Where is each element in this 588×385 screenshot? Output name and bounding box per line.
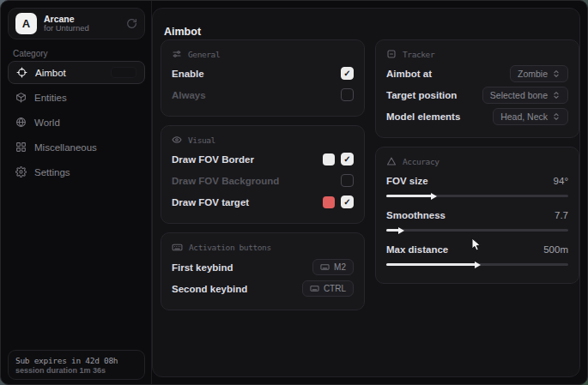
card-title: Tracker [403,50,434,59]
setting-label: Draw FOV Background [172,176,279,186]
color-swatch[interactable] [323,196,335,208]
eye-icon [172,135,182,145]
setting-label: Always [172,90,206,100]
sidebar-item-label: World [34,117,60,128]
slider-thumb[interactable] [398,227,404,234]
setting-row-enable: Enable ✓ [172,63,354,84]
setting-label: FOV size [386,176,428,186]
chevrons-up-down-icon [552,91,561,99]
fov-background-checkbox[interactable] [341,174,354,187]
keyboard-icon [320,262,330,272]
slider-row-max-distance: Max distance 500m [386,241,568,273]
card-title: General [188,50,220,59]
slider-value: 500m [543,244,568,255]
fov-border-checkbox[interactable]: ✓ [341,153,354,165]
enable-checkbox[interactable]: ✓ [341,67,354,80]
subscription-info: Sub expires in 42d 08h session duration … [8,350,145,380]
sidebar-item-miscellaneous[interactable]: Miscellaneous [8,135,145,159]
category-label: Category [13,49,48,58]
triangle-icon [386,156,397,166]
slider-thumb[interactable] [431,193,437,200]
setting-row-always: Always [172,84,354,105]
grid-icon [15,141,27,153]
gear-icon [15,166,27,177]
setting-row-first-keybind: First keybind M2 [172,256,354,278]
tracker-card: Tracker Aimbot at Zombie Target posit [375,39,579,138]
sidebar-nav: Aimbot Entities World [8,61,145,183]
setting-label: Draw FOV target [172,197,249,208]
setting-row-fov-target: Draw FOV target ✓ [172,191,354,213]
target-position-dropdown[interactable]: Selected bone [482,87,568,104]
slider-thumb[interactable] [475,262,481,268]
activation-card: Activation buttons First keybind M2 S [161,232,365,310]
sidebar-item-label: Settings [34,167,70,177]
sidebar-item-world[interactable]: World [8,111,145,134]
setting-label: Target position [386,90,457,100]
keyboard-icon [310,284,319,293]
model-elements-dropdown[interactable]: Head, Neck [493,108,568,125]
session-duration-text: session duration 1m 36s [15,366,137,375]
brand-subtitle: for Unturned [44,24,119,33]
chevrons-up-down-icon [552,112,561,121]
slider-row-fov-size: FOV size 94° [386,172,568,204]
setting-label: Draw FOV Border [172,154,254,165]
aimbot-at-dropdown[interactable]: Zombie [510,65,568,82]
keybind-value: M2 [334,262,346,272]
general-card: General Enable ✓ Always [161,39,365,117]
setting-row-target-position: Target position Selected bone [386,84,568,105]
right-column: Tracker Aimbot at Zombie Target posit [375,39,579,284]
dropdown-value: Zombie [518,69,548,79]
sidebar-item-label: Miscellaneous [34,142,97,153]
chevrons-up-down-icon [552,69,561,78]
refresh-icon[interactable] [126,18,137,29]
setting-label: Aimbot at [386,69,432,79]
fov-size-slider[interactable] [386,195,568,197]
nav-keybind-badge [111,67,136,78]
setting-label: Second keybind [172,284,247,294]
max-distance-slider[interactable] [386,263,568,266]
dropdown-value: Selected bone [490,90,548,100]
globe-icon [15,117,27,128]
slider-value: 94° [554,176,568,186]
app-logo: A [15,13,37,34]
setting-label: Enable [172,69,204,79]
setting-row-fov-border: Draw FOV Border ✓ [172,148,354,170]
always-checkbox[interactable] [341,88,354,101]
slider-row-smoothness: Smoothness 7.7 [386,207,568,238]
main-panel: Aimbot General Enable ✓ Always [152,8,580,377]
crosshair-icon [16,67,27,78]
setting-label: Smoothness [386,210,446,220]
sidebar-item-aimbot[interactable]: Aimbot [8,61,145,84]
fov-target-checkbox[interactable]: ✓ [341,196,354,208]
setting-row-model-elements: Model elements Head, Neck [386,105,568,127]
sub-expiry-text: Sub expires in 42d 08h [15,356,137,365]
accuracy-card: Accuracy FOV size 94° Smoothne [375,147,579,284]
left-column: General Enable ✓ Always [161,39,365,310]
cube-icon [15,92,27,103]
smoothness-slider[interactable] [386,229,568,232]
second-keybind-button[interactable]: CTRL [302,280,354,297]
setting-label: Model elements [386,111,460,122]
sidebar-item-settings[interactable]: Settings [8,160,145,183]
sidebar-item-label: Entities [34,93,67,103]
sidebar-item-entities[interactable]: Entities [8,86,145,109]
brand-card: A Arcane for Unturned [8,8,145,39]
page-title: Aimbot [164,26,201,38]
dropdown-value: Head, Neck [500,111,548,122]
setting-label: First keybind [172,262,233,273]
app-window: A Arcane for Unturned Category Aimbot [0,0,588,385]
color-swatch[interactable] [323,153,335,165]
sliders-icon [172,49,182,59]
sidebar-item-label: Aimbot [35,68,66,78]
setting-label: Max distance [386,244,448,255]
keyboard-icon [172,242,183,253]
keybind-value: CTRL [324,284,346,293]
visual-card: Visual Draw FOV Border ✓ Draw FOV Backgr… [161,125,365,224]
card-title: Activation buttons [189,243,271,252]
sidebar: A Arcane for Unturned Category Aimbot [1,1,152,384]
setting-row-aimbot-at: Aimbot at Zombie [386,63,568,84]
first-keybind-button[interactable]: M2 [312,259,354,275]
setting-row-fov-background: Draw FOV Background [172,170,354,191]
slider-value: 7.7 [555,210,568,220]
scan-icon [386,49,397,59]
